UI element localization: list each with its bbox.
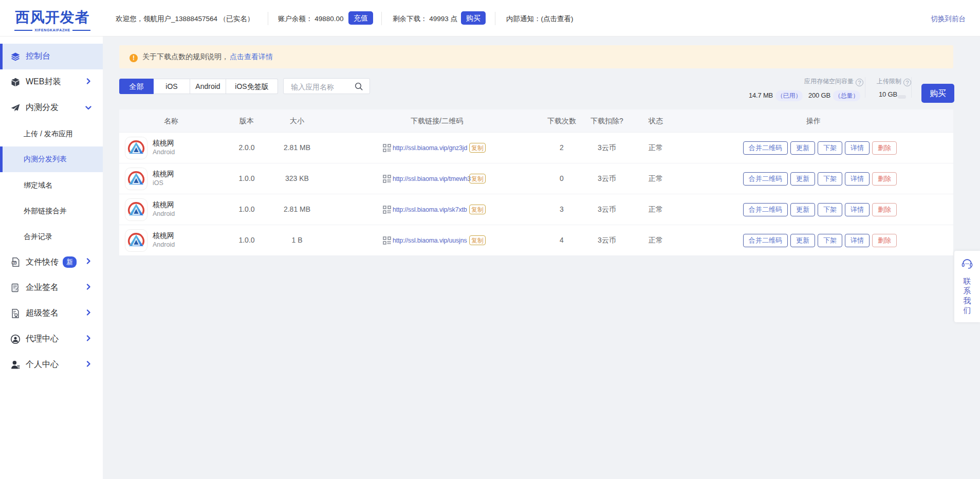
svg-text:ZIP: ZIP bbox=[12, 262, 16, 264]
